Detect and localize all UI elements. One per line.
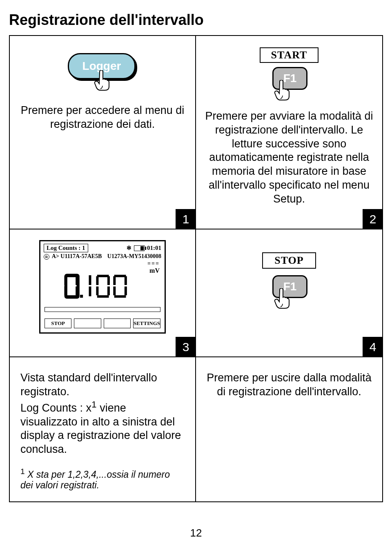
cell-step-1: Logger Premere per accedere al menu di r… <box>10 36 196 229</box>
f1-key-illustration-2: F1 <box>271 275 307 312</box>
remote-icon: R <box>44 254 49 260</box>
softkey-empty-1 <box>74 318 101 328</box>
softkey-stop: STOP <box>45 318 71 328</box>
footnote: 1 X sta per 1,2,3,4,...ossia il numero d… <box>20 467 185 491</box>
dc-symbol-icon: === <box>147 261 160 267</box>
cell-step-2: START F1 Premere per avviare la modalità… <box>196 36 382 229</box>
pointing-hand-icon <box>274 80 290 100</box>
step-number-4: 4 <box>363 337 383 357</box>
cell-step-3: Log Counts : 1 ✻ 01:01 R A> U1117A-57AE5… <box>10 229 196 356</box>
device-a-id: U1117A-57AE5B <box>60 253 102 259</box>
f1-key-illustration: F1 <box>271 67 307 104</box>
device-b-id: U1273A-MY51430008 <box>107 253 161 260</box>
pointing-hand-icon <box>94 70 109 91</box>
cell-caption-4: Premere per uscire dalla modalità di reg… <box>196 357 382 501</box>
clock-value: 01:01 <box>147 245 161 252</box>
step-number-3: 3 <box>176 337 196 357</box>
page-title: Registrazione dell'intervallo <box>9 11 383 29</box>
stop-label: STOP <box>262 252 316 269</box>
start-label: START <box>260 47 319 63</box>
step3-caption: Vista standard dell'intervallo registrat… <box>20 371 185 456</box>
page-number: 12 <box>0 527 392 539</box>
softkey-settings: SETTINGS <box>133 318 160 328</box>
battery-icon <box>134 245 145 251</box>
cell-caption-3: Vista standard dell'intervallo registrat… <box>10 357 196 501</box>
meter-reading <box>40 270 165 304</box>
step4-caption: Premere per uscire dalla modalità di reg… <box>207 371 372 399</box>
cell-step-4: STOP F1 4 <box>196 229 382 356</box>
log-counts-label: Log Counts : 1 <box>44 244 88 252</box>
step2-caption: Premere per avviare la modalità di regis… <box>203 109 375 206</box>
pointing-hand-icon <box>274 288 290 309</box>
snowflake-icon: ✻ <box>127 245 131 252</box>
step-number-1: 1 <box>176 209 196 229</box>
step1-caption: Premere per accedere al menu di registra… <box>17 104 188 131</box>
step-number-2: 2 <box>363 209 383 229</box>
unit-label: mV <box>149 267 160 274</box>
progress-bar <box>45 307 160 312</box>
device-a-prefix: A> <box>52 253 59 259</box>
logger-button-illustration: Logger <box>68 53 137 98</box>
steps-grid: Logger Premere per accedere al menu di r… <box>9 35 383 502</box>
softkey-empty-2 <box>104 318 131 328</box>
meter-screen: Log Counts : 1 ✻ 01:01 R A> U1117A-57AE5… <box>39 240 166 334</box>
